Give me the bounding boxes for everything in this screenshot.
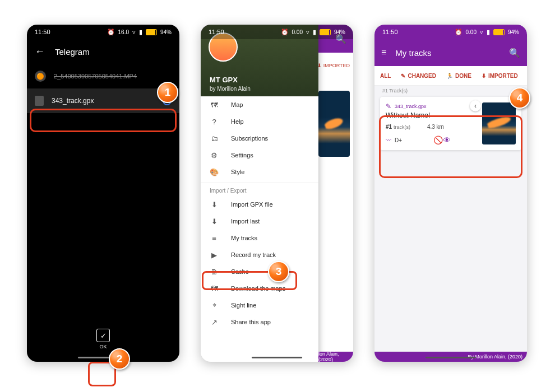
drawer-item-settings[interactable]: ⚙Settings <box>201 147 318 164</box>
target-icon: ⌖ <box>210 301 219 310</box>
clock: 11:50 <box>35 29 50 35</box>
page-title: My tracks <box>395 48 500 58</box>
drawer-item-import-last[interactable]: ⬇Import last <box>201 213 318 230</box>
drawer-item-record[interactable]: ▶Record my track <box>201 246 318 263</box>
palette-icon: 🎨 <box>210 168 219 176</box>
drawer-item-sight-line[interactable]: ⌖Sight line <box>201 297 318 314</box>
net-speed: 0.00 <box>292 29 303 35</box>
back-icon[interactable]: ← <box>35 46 45 58</box>
screenshot-drawer: 🔍 11:50 ⏰ 0.00 ▿ ▮ 94% ⬇ IMPORTED MT GPX… <box>201 25 353 362</box>
file-icon <box>35 96 44 106</box>
tabs: ALL ✎CHANGED 🏃DONE ⬇IMPORTED <box>374 66 527 86</box>
alarm-icon: ⏰ <box>107 29 115 36</box>
drawer-item-import-gpx[interactable]: ⬇Import GPX file <box>201 196 318 213</box>
net-speed: 0.00 <box>466 29 477 35</box>
alarm-icon: ⏰ <box>455 29 462 36</box>
clock: 11:50 <box>209 29 224 35</box>
file-name: 343_track.gpx <box>52 97 94 105</box>
map-icon: 🗺 <box>210 101 219 109</box>
check-icon <box>96 329 110 342</box>
track-thumbnail[interactable] <box>482 102 516 144</box>
step-badge-4: 4 <box>509 87 530 109</box>
navigation-drawer: MT GPX by Morillon Alain 🗺Map ?Help 🗂Sub… <box>201 25 318 362</box>
file-name: 2_540053905705054041.MP4 <box>54 73 137 80</box>
step-badge-2: 2 <box>109 348 130 370</box>
drawer-list: 🗺Map ?Help 🗂Subscriptions ⚙Settings 🎨Sty… <box>201 96 318 362</box>
wifi-icon: ▿ <box>480 29 483 36</box>
main-under-drawer: ⬇ IMPORTED <box>318 53 353 362</box>
chevron-left-icon[interactable]: ‹ <box>470 100 481 111</box>
visibility-off-icon[interactable]: 🚫👁 <box>433 136 451 144</box>
clock: 11:50 <box>382 29 398 35</box>
download-icon: ⬇ <box>482 73 486 79</box>
drawer-item-share[interactable]: ↗Share this app <box>201 314 318 330</box>
track-count: #1 Track(s) <box>374 86 527 94</box>
step-badge-3: 3 <box>268 261 289 282</box>
menu-icon[interactable]: ≡ <box>381 48 386 58</box>
download-icon: ⬇ <box>210 200 219 209</box>
search-icon[interactable]: 🔍 <box>509 48 520 58</box>
status-bar: 11:50 ⏰ 0.00 ▿ ▮ 94% <box>374 25 527 39</box>
signal-icon: ▮ <box>139 29 142 36</box>
track-filename: 343_track.gpx <box>395 104 427 109</box>
file-row-mp4[interactable]: 🟠 2_540053905705054041.MP4 <box>27 64 179 88</box>
status-bar: 11:50 ⏰ 16.0 ▿ ▮ 94% <box>27 25 179 39</box>
track-distance: 4.3 km <box>427 124 444 130</box>
chart-icon: 〰 <box>386 137 391 143</box>
gear-icon: ⚙ <box>210 151 219 160</box>
tab-changed[interactable]: ✎CHANGED <box>401 73 436 79</box>
subscriptions-icon: 🗂 <box>210 134 219 143</box>
battery-pct: 94% <box>334 29 345 35</box>
pencil-icon: ✎ <box>401 73 405 79</box>
screenshot-telegram: 11:50 ⏰ 16.0 ▿ ▮ 94% ← Telegram 🟠 2_5400… <box>27 25 179 362</box>
track-name: Without Name! <box>386 111 477 119</box>
net-speed: 16.0 <box>118 29 129 35</box>
battery-pct: 94% <box>508 29 519 35</box>
wifi-icon: ▿ <box>132 29 136 36</box>
telegram-header: ← Telegram <box>27 39 179 64</box>
list-icon: ≡ <box>210 234 219 242</box>
app-bar: ≡ My tracks 🔍 <box>374 39 527 66</box>
drawer-item-help[interactable]: ?Help <box>201 113 318 130</box>
track-card[interactable]: ‹ ✎ 343_track.gpx Without Name! #1 track… <box>380 97 521 150</box>
battery-icon <box>320 29 331 35</box>
signal-icon: ▮ <box>487 29 490 36</box>
home-indicator <box>425 357 476 358</box>
drawer-subtitle: by Morillon Alain <box>210 86 251 92</box>
tab-done[interactable]: 🏃DONE <box>446 73 471 79</box>
status-bar: 11:50 ⏰ 0.00 ▿ ▮ 94% <box>201 25 353 39</box>
app-title: Telegram <box>55 47 90 57</box>
track-thumbnail[interactable] <box>318 91 350 157</box>
pencil-icon: ✎ <box>386 102 391 110</box>
signal-icon: ▮ <box>313 29 316 36</box>
file-icon: 🗎 <box>210 268 219 276</box>
drawer-item-cache[interactable]: 🗎Cache <box>201 263 318 280</box>
runner-icon: 🏃 <box>446 73 453 79</box>
alarm-icon: ⏰ <box>281 29 289 36</box>
map-icon: 🗺 <box>210 284 219 293</box>
home-indicator <box>252 357 302 358</box>
ok-button[interactable]: OK <box>92 329 114 349</box>
download-icon: ⬇ <box>210 217 219 226</box>
drawer-title: MT GPX <box>210 76 238 84</box>
help-icon: ? <box>210 118 219 126</box>
share-icon: ↗ <box>210 318 219 326</box>
drawer-item-map[interactable]: 🗺Map <box>201 96 318 113</box>
tab-all[interactable]: ALL <box>380 73 391 79</box>
battery-icon <box>493 29 505 35</box>
track-dplus: D+ <box>395 137 402 143</box>
drawer-item-download-maps[interactable]: 🗺Download the maps <box>201 280 318 297</box>
drawer-item-my-tracks[interactable]: ≡My tracks <box>201 230 318 246</box>
drawer-item-subscriptions[interactable]: 🗂Subscriptions <box>201 130 318 147</box>
drawer-item-style[interactable]: 🎨Style <box>201 164 318 180</box>
play-icon: ▶ <box>210 251 219 259</box>
footer-credit: lon Alain, (2020) <box>318 352 353 362</box>
step-badge-1: 1 <box>157 82 178 103</box>
wifi-icon: ▿ <box>306 29 309 36</box>
drawer-section: Import / Export <box>201 183 318 196</box>
screenshot-my-tracks: 11:50 ⏰ 0.00 ▿ ▮ 94% ≡ My tracks 🔍 ALL ✎… <box>374 25 527 362</box>
battery-icon <box>146 29 157 35</box>
avatar-icon: 🟠 <box>35 71 46 82</box>
tab-imported[interactable]: ⬇IMPORTED <box>482 73 518 79</box>
tab-imported[interactable]: ⬇ IMPORTED <box>317 63 350 68</box>
